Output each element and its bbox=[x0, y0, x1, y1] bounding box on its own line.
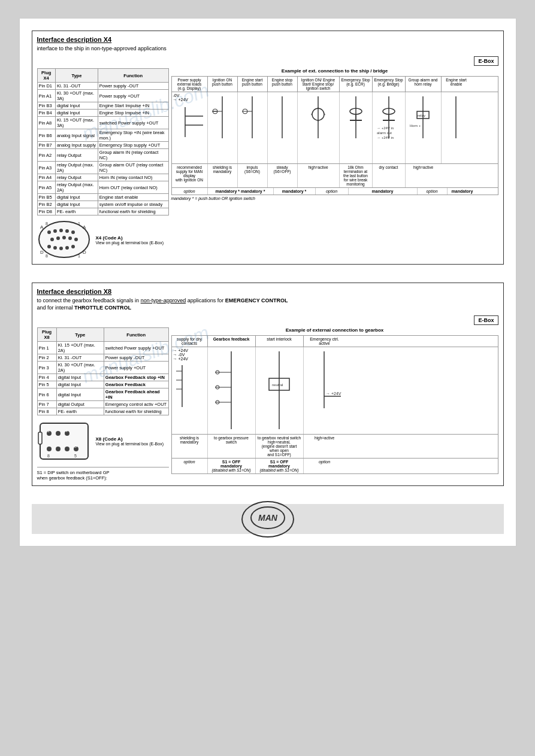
x8-pin2-id: Pin 2 bbox=[37, 354, 56, 362]
pin-b4-id: Pin B4 bbox=[37, 110, 55, 117]
x8-pin4-type: digital Input bbox=[56, 374, 104, 381]
opt-mandatory4: mandatory bbox=[448, 188, 477, 195]
svg-point-15 bbox=[53, 246, 57, 250]
x8-mand2: mandatory bbox=[257, 464, 302, 468]
x8-pin6-id: Pin 6 bbox=[37, 388, 56, 401]
x8-opt-option: option bbox=[172, 459, 208, 473]
diag-emerg-bridge-col: → +24V in alarm out → +24V in bbox=[373, 92, 406, 163]
pin-d8-func: functional earth for shielding bbox=[98, 208, 168, 215]
svg-point-12 bbox=[65, 229, 69, 233]
pin-a4-id: Pin A4 bbox=[37, 174, 55, 181]
x4-func-header: Function bbox=[98, 69, 168, 83]
svg-text:D: D bbox=[40, 250, 44, 255]
diag-emerg-ecr-col bbox=[340, 92, 373, 163]
svg-text:8: 8 bbox=[47, 454, 50, 458]
x8-label-shielding: shielding is mandatory bbox=[172, 435, 208, 458]
x8-pin1-id: Pin 1 bbox=[37, 342, 56, 354]
svg-point-22 bbox=[68, 236, 72, 240]
x8-pin7-type: digital Output bbox=[56, 401, 104, 408]
x8-diag-gearbox bbox=[208, 347, 256, 434]
col-engine-start-enable: Engine start enable bbox=[442, 77, 471, 92]
diag-estart-col bbox=[238, 92, 268, 163]
pin-a5-type: relay Output (max. 2A) bbox=[55, 181, 98, 194]
pin-b2-type: digital Input bbox=[55, 201, 98, 208]
x8-col-dry: supply for dry contacts bbox=[172, 336, 208, 347]
svg-text:Horn +: Horn + bbox=[410, 124, 421, 127]
section-x8: manualslib.com Interface description X8 … bbox=[32, 283, 504, 486]
x8-pin3-func: Power supply +OUT bbox=[104, 362, 168, 374]
x8-s1-off1: S1 = OFF bbox=[209, 460, 254, 464]
pin-b6-type: analog Input signal bbox=[55, 129, 98, 142]
x8-mand2-note: (disabled with S1=ON) bbox=[257, 468, 302, 472]
opt-option2: option bbox=[316, 188, 349, 195]
x8-pin5-func: Gearbox Feedback bbox=[104, 381, 168, 388]
x4-ebox-label: E-Box bbox=[474, 56, 498, 66]
x8-example-header: Example of external connection to gearbo… bbox=[171, 327, 498, 333]
svg-text:8: 8 bbox=[46, 221, 48, 226]
x8-pin4-id: Pin 4 bbox=[37, 374, 56, 381]
label-termination: 18k Ohm termination at the last button f… bbox=[340, 164, 373, 187]
label-high-active-2: high=active bbox=[406, 164, 442, 187]
diag-alarm-col: relay Horn + bbox=[406, 92, 442, 163]
x8-s1-off2: S1 = OFF bbox=[257, 460, 302, 464]
pin-a8-type: Kl. 15 +OUT (max. 3A) bbox=[55, 117, 98, 129]
x8-label-pressure: to gearbox pressure switch bbox=[208, 435, 256, 458]
x8-type-header: Type bbox=[56, 328, 104, 342]
x8-diag-start: neutral bbox=[256, 347, 304, 434]
svg-point-19 bbox=[50, 238, 54, 241]
section-x4: manualslib.com Interface description X4 … bbox=[32, 31, 504, 265]
x8-desc2: and for internal THROTTLE CONTROL bbox=[37, 305, 498, 311]
svg-point-23 bbox=[74, 238, 78, 241]
x8-pin5-id: Pin 5 bbox=[37, 381, 56, 388]
svg-point-9 bbox=[47, 230, 51, 234]
svg-text:→ +24V in: → +24V in bbox=[377, 126, 394, 130]
svg-point-61 bbox=[56, 431, 61, 436]
pin-b5-id: Pin B5 bbox=[37, 194, 55, 201]
pin-b2-func: system on/off impulse or steady bbox=[98, 201, 168, 208]
col-group-alarm: Group alarm and horn relay bbox=[406, 77, 442, 92]
x4-desc: interface to the ship in non-type-approv… bbox=[37, 45, 498, 51]
pin-b3-func: Engine Start Impulse +IN bbox=[98, 102, 168, 110]
x4-connector-sublabel: View on plug at terminal box (E-Box) bbox=[96, 241, 164, 245]
x8-pin6-type: digital Input bbox=[56, 388, 104, 401]
opt-option3: option bbox=[418, 188, 448, 195]
col-ignition-on: Ignition ON push button bbox=[208, 77, 238, 92]
x8-col-emergency: Emergency ctrl. active bbox=[304, 336, 346, 347]
label-steady: steady (S6=OFF) bbox=[268, 164, 298, 187]
svg-point-66 bbox=[65, 447, 69, 451]
x8-desc1: to connect the gearbox feedback signals … bbox=[37, 297, 498, 303]
x8-pin3-type: Kl. 30 +OUT (max. 2A) bbox=[56, 362, 104, 374]
pin-a1-type: Kl. 30 +OUT (max. 3A) bbox=[55, 90, 98, 102]
x8-opt-option2: option bbox=[304, 459, 346, 473]
x8-pin7-func: Emergency control activ +OUT bbox=[104, 401, 168, 408]
x8-col-gearbox: Gearbox feedback bbox=[208, 336, 256, 347]
pin-b5-func: Engine start enable bbox=[98, 194, 168, 201]
svg-text:1: 1 bbox=[78, 254, 80, 258]
pin-b7-type: analog Input supply bbox=[55, 142, 98, 149]
pin-a8-id: Pin A8 bbox=[37, 117, 55, 129]
x4-connector-diagram: A A D D 8 1 8 1 bbox=[37, 220, 91, 259]
x8-diag-emergency: → +24V bbox=[304, 347, 346, 434]
svg-point-17 bbox=[65, 246, 69, 250]
opt-mandatory2: mandatory * bbox=[274, 188, 316, 195]
svg-text:A: A bbox=[40, 224, 44, 230]
svg-rect-58 bbox=[38, 432, 42, 444]
pin-d8-type: FE- earth bbox=[55, 208, 98, 215]
svg-text:alarm out: alarm out bbox=[377, 131, 392, 135]
label-dry-contact: dry contact bbox=[373, 164, 406, 187]
col-emerg-stop-bridge: Emergency Stop (e.g. Bridge) bbox=[373, 77, 406, 92]
x8-diag-dry: → +24V → -0V → +24V bbox=[172, 347, 208, 434]
x8-pin8-type: FE- earth bbox=[56, 408, 104, 415]
col-engine-stop: Engine stop push button bbox=[268, 77, 298, 92]
opt-mandatory3: mandatory bbox=[349, 188, 418, 195]
x8-pin2-func: Power supply -OUT bbox=[104, 354, 168, 362]
x8-pin3-id: Pin 3 bbox=[37, 362, 56, 374]
svg-text:A: A bbox=[83, 224, 86, 230]
pin-d1-func: Power supply -OUT bbox=[98, 83, 168, 90]
x8-label-neutral: to gearbox neutral switchhigh=neutral,(e… bbox=[256, 435, 304, 458]
pin-a8-func: switched Power supply +OUT bbox=[98, 117, 168, 129]
man-logo-svg: MAN bbox=[250, 506, 286, 530]
pin-a1-id: Pin A1 bbox=[37, 90, 55, 102]
svg-point-11 bbox=[59, 229, 63, 232]
svg-text:MAN: MAN bbox=[258, 513, 278, 523]
